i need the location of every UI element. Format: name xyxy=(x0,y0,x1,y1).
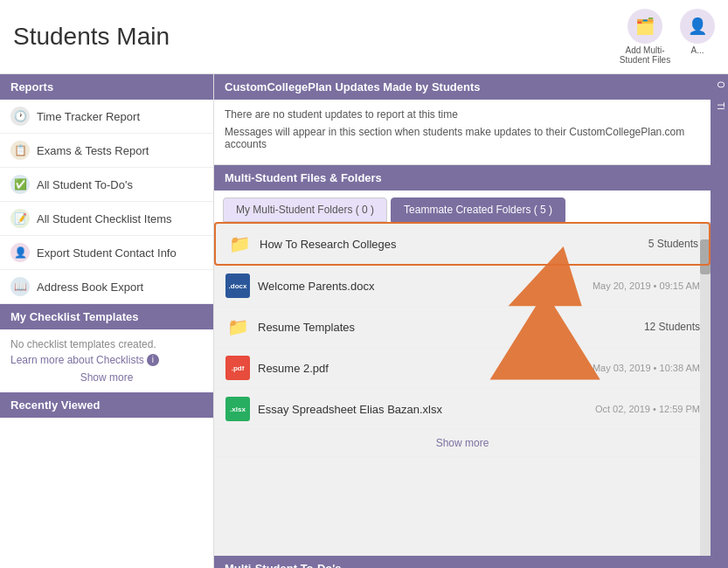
folder-how-to-research[interactable]: 📁 How To Research Colleges 5 Students xyxy=(214,222,711,266)
add-files-icon: 🗂️ xyxy=(627,9,662,44)
folder-resume-meta: 12 Students xyxy=(644,321,700,333)
right-panel-tab-1[interactable]: O xyxy=(711,74,728,95)
content-area: CustomCollegePlan Updates Made by Studen… xyxy=(214,74,711,568)
files-area: 📁 How To Research Colleges 5 Students .d… xyxy=(214,222,711,568)
file-meta-docx: May 20, 2019 • 09:15 AM xyxy=(593,281,700,291)
sidebar-item-checklist-items[interactable]: 📝 All Student Checklist Items xyxy=(0,202,213,236)
exam-icon: 📋 xyxy=(10,141,30,160)
xlsx-icon: .xlsx xyxy=(225,396,251,422)
file-name-docx: Welcome Parents.docx xyxy=(258,280,593,293)
todo-icon: ✅ xyxy=(10,175,30,194)
file-welcome-parents[interactable]: .docx Welcome Parents.docx May 20, 2019 … xyxy=(214,266,711,307)
files-header: Multi-Student Files & Folders xyxy=(214,165,711,190)
files-scroll[interactable]: 📁 How To Research Colleges 5 Students .d… xyxy=(214,222,711,556)
reports-section-header: Reports xyxy=(0,74,213,100)
sidebar-item-time-tracker[interactable]: 🕐 Time Tracker Report xyxy=(0,100,213,134)
show-more-files[interactable]: Show more xyxy=(214,430,711,457)
sidebar: Reports 🕐 Time Tracker Report 📋 Exams & … xyxy=(0,74,214,568)
right-panel: O TI xyxy=(711,74,728,568)
book-icon: 📖 xyxy=(10,277,30,296)
updates-body: There are no student updates to report a… xyxy=(214,100,711,165)
folder-resume-name: Resume Templates xyxy=(258,321,644,334)
updates-header: CustomCollegePlan Updates Made by Studen… xyxy=(214,74,711,100)
folder-resume-icon: 📁 xyxy=(225,314,251,340)
tab-my-folders[interactable]: My Multi-Student Folders ( 0 ) xyxy=(223,197,387,222)
export-icon: 👤 xyxy=(10,243,30,262)
clock-icon: 🕐 xyxy=(10,107,30,126)
tab-teammate-folders[interactable]: Teammate Created Folders ( 5 ) xyxy=(391,197,565,222)
main-layout: Reports 🕐 Time Tracker Report 📋 Exams & … xyxy=(0,74,728,568)
checklist-section-header: My Checklist Templates xyxy=(0,304,213,329)
info-icon[interactable]: i xyxy=(147,354,159,366)
sidebar-item-todos[interactable]: ✅ All Student To-Do's xyxy=(0,168,213,202)
file-meta-xlsx: Oct 02, 2019 • 12:59 PM xyxy=(595,404,700,414)
docx-icon: .docx xyxy=(225,273,251,299)
folder-meta: 5 Students xyxy=(648,238,698,250)
checklist-show-more[interactable]: Show more xyxy=(10,371,203,384)
folder-icon: 📁 xyxy=(226,231,253,257)
right-panel-tab-2[interactable]: TI xyxy=(711,95,728,117)
updates-message-text: Messages will appear in this section whe… xyxy=(225,126,700,150)
sidebar-item-export-contact[interactable]: 👤 Export Student Contact Info xyxy=(0,236,213,270)
page-header: Students Main 🗂️ Add Multi-Student Files… xyxy=(0,0,728,74)
file-resume-pdf[interactable]: .pdf Resume 2.pdf May 03, 2019 • 10:38 A… xyxy=(214,348,711,389)
checklist-empty-text: No checklist templates created. xyxy=(10,338,203,350)
checklist-learn-more[interactable]: Learn more about Checklists i xyxy=(10,354,203,366)
file-name-xlsx: Essay Spreadsheet Elias Bazan.xlsx xyxy=(258,403,595,416)
sidebar-item-address-book[interactable]: 📖 Address Book Export xyxy=(0,270,213,304)
add-multi-student-files-button[interactable]: 🗂️ Add Multi-Student Files xyxy=(619,9,671,65)
file-name-pdf: Resume 2.pdf xyxy=(258,362,593,375)
student-action-button[interactable]: 👤 A... xyxy=(680,9,715,55)
checklist-content: No checklist templates created. Learn mo… xyxy=(0,329,213,392)
pdf-icon: .pdf xyxy=(225,355,251,381)
todos-footer: Multi-Student To-Do's xyxy=(214,556,711,568)
file-essay-spreadsheet[interactable]: .xlsx Essay Spreadsheet Elias Bazan.xlsx… xyxy=(214,389,711,430)
folder-resume-templates[interactable]: 📁 Resume Templates 12 Students xyxy=(214,307,711,348)
file-meta-pdf: May 03, 2019 • 10:38 AM xyxy=(593,363,700,373)
checklist-icon: 📝 xyxy=(10,209,30,228)
folder-name: How To Research Colleges xyxy=(260,238,648,251)
no-updates-text: There are no student updates to report a… xyxy=(225,108,700,121)
page-title: Students Main xyxy=(13,23,170,51)
recently-viewed-header: Recently Viewed xyxy=(0,392,213,418)
header-actions: 🗂️ Add Multi-Student Files 👤 A... xyxy=(619,9,715,65)
files-tabs: My Multi-Student Folders ( 0 ) Teammate … xyxy=(214,190,711,222)
student-icon: 👤 xyxy=(680,9,715,44)
scrollbar[interactable] xyxy=(700,222,711,556)
sidebar-item-exams[interactable]: 📋 Exams & Tests Report xyxy=(0,134,213,168)
